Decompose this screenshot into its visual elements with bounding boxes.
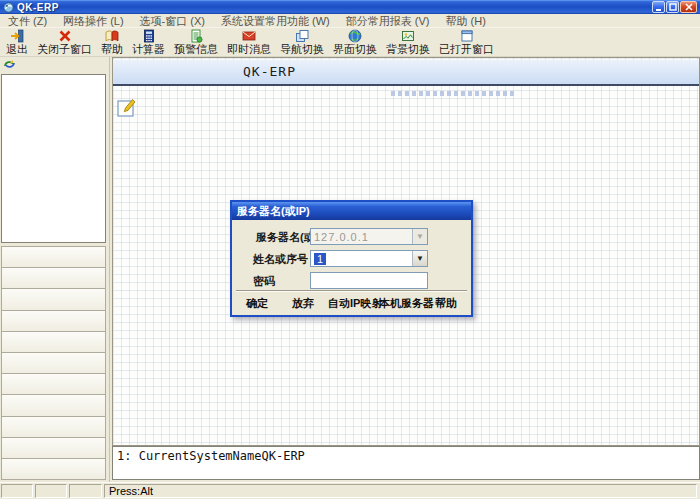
auto-ip-mapping-button[interactable]: 自动IP映射 — [328, 296, 382, 311]
toolbar-alert-info-button[interactable]: 预警信息 — [170, 29, 222, 56]
sidebar-group-bar[interactable] — [1, 352, 106, 374]
toolbar-dock-dots — [391, 91, 515, 96]
ok-button[interactable]: 确定 — [246, 296, 268, 311]
close-child-window-icon — [58, 29, 72, 43]
workspace-caption: QK-ERP — [113, 60, 699, 86]
menu-common-reports[interactable]: 部分常用报表 (V) — [338, 14, 438, 28]
toolbar-button-label: 背景切换 — [386, 43, 430, 56]
interface-toggle-icon — [348, 29, 362, 43]
toolbar-nav-toggle-button[interactable]: 导航切换 — [276, 29, 328, 56]
log-line: 1: CurrentSystemNameQK-ERP — [117, 449, 305, 463]
server-login-dialog: 服务器名(或IP) 服务器名(或IP) 127.0.0.1 ▼ 姓名或序号 1 … — [230, 200, 473, 317]
minimize-button[interactable] — [652, 1, 665, 13]
dialog-separator — [236, 290, 467, 292]
toolbar-button-label: 退出 — [6, 43, 28, 56]
status-message: Press:Alt — [104, 484, 697, 498]
toolbar-button-label: 即时消息 — [227, 43, 271, 56]
sidebar-group-stack — [1, 246, 106, 480]
sidebar-group-bar[interactable] — [1, 416, 106, 438]
user-serial-combo[interactable]: 1 ▼ — [310, 250, 428, 267]
exit-icon — [10, 29, 24, 43]
toolbar-instant-message-button[interactable]: 即时消息 — [223, 29, 275, 56]
instant-message-icon — [242, 29, 256, 43]
sidebar-group-bar[interactable] — [1, 394, 106, 416]
toolbar-button-label: 预警信息 — [174, 43, 218, 56]
background-toggle-icon — [401, 29, 415, 43]
close-button[interactable] — [680, 1, 697, 13]
help-book-icon — [105, 29, 119, 43]
close-icon — [685, 3, 693, 11]
status-cell — [1, 484, 33, 498]
sidebar-group-bar[interactable] — [1, 288, 106, 310]
user-serial-label: 姓名或序号 — [253, 252, 308, 267]
opened-windows-icon — [460, 29, 474, 43]
password-field[interactable] — [310, 272, 428, 289]
minimize-icon — [655, 4, 662, 11]
refresh-navigator-icon[interactable] — [3, 58, 16, 71]
toolbar-background-toggle-button[interactable]: 背景切换 — [382, 29, 434, 56]
sidebar-list-panel[interactable] — [1, 74, 106, 243]
menu-network-ops[interactable]: 网络操作 (L) — [55, 14, 132, 28]
user-serial-value: 1 — [314, 253, 326, 265]
toolbar-calculator-button[interactable]: 计算器 — [128, 29, 169, 56]
sidebar-toolbar — [0, 57, 109, 73]
sidebar-group-bar[interactable] — [1, 458, 106, 480]
menu-bar: 文件 (Z) 网络操作 (L) 选项-窗口 (X) 系统设置常用功能 (W) 部… — [0, 14, 700, 28]
server-name-value: 127.0.0.1 — [311, 231, 412, 243]
dialog-body: 服务器名(或IP) 127.0.0.1 ▼ 姓名或序号 1 ▼ 密码 确定 放弃… — [232, 220, 471, 315]
menu-system-settings[interactable]: 系统设置常用功能 (W) — [213, 14, 338, 28]
left-sidebar — [0, 57, 110, 482]
maximize-icon — [669, 3, 677, 11]
main-toolbar: 退出 关闭子窗口 帮助 计算器 — [0, 28, 700, 57]
status-cell — [35, 484, 67, 498]
alert-info-icon — [189, 29, 203, 43]
toolbar-exit-button[interactable]: 退出 — [2, 29, 32, 56]
toolbar-button-label: 已打开窗口 — [439, 43, 494, 56]
status-cell — [69, 484, 102, 498]
dialog-titlebar[interactable]: 服务器名(或IP) — [232, 202, 471, 220]
nav-toggle-icon — [295, 29, 309, 43]
app-logo-icon — [3, 2, 14, 13]
server-name-combo: 127.0.0.1 ▼ — [310, 228, 428, 245]
calculator-icon — [142, 29, 156, 43]
toolbar-interface-toggle-button[interactable]: 界面切换 — [329, 29, 381, 56]
system-log-panel[interactable]: 1: CurrentSystemNameQK-ERP — [112, 446, 700, 480]
menu-help[interactable]: 帮助 (H) — [438, 14, 494, 28]
status-bar: Press:Alt — [0, 482, 700, 499]
maximize-button[interactable] — [666, 1, 679, 13]
sidebar-group-bar[interactable] — [1, 246, 106, 268]
menu-file[interactable]: 文件 (Z) — [0, 14, 55, 28]
chevron-down-icon[interactable]: ▼ — [412, 251, 427, 266]
edit-note-icon[interactable] — [117, 98, 135, 118]
window-title: QK-ERP — [17, 2, 59, 13]
chevron-down-icon: ▼ — [412, 229, 427, 244]
menu-options-window[interactable]: 选项-窗口 (X) — [132, 14, 213, 28]
toolbar-button-label: 界面切换 — [333, 43, 377, 56]
local-server-button[interactable]: 本机服务器 — [379, 296, 434, 311]
sidebar-group-bar[interactable] — [1, 267, 106, 289]
toolbar-button-label: 导航切换 — [280, 43, 324, 56]
window-titlebar: QK-ERP — [0, 0, 700, 14]
cancel-button[interactable]: 放弃 — [292, 296, 314, 311]
toolbar-help-button[interactable]: 帮助 — [97, 29, 127, 56]
sidebar-group-bar[interactable] — [1, 331, 106, 353]
toolbar-opened-windows-button[interactable]: 已打开窗口 — [435, 29, 498, 56]
toolbar-button-label: 帮助 — [101, 43, 123, 56]
sidebar-group-bar[interactable] — [1, 310, 106, 332]
sidebar-group-bar[interactable] — [1, 373, 106, 395]
toolbar-close-child-button[interactable]: 关闭子窗口 — [33, 29, 96, 56]
toolbar-button-label: 关闭子窗口 — [37, 43, 92, 56]
dialog-help-button[interactable]: 帮助 — [435, 296, 457, 311]
password-label: 密码 — [253, 274, 275, 289]
sidebar-group-bar[interactable] — [1, 437, 106, 459]
toolbar-button-label: 计算器 — [132, 43, 165, 56]
